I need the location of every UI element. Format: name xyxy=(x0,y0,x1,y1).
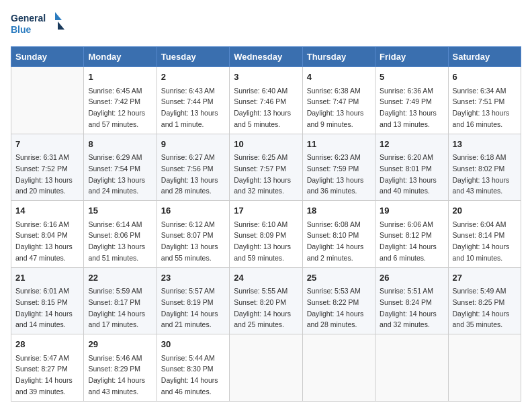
day-cell: 22Sunrise: 5:59 AM Sunset: 8:17 PM Dayli… xyxy=(84,267,157,334)
day-info: Sunrise: 5:49 AM Sunset: 8:25 PM Dayligh… xyxy=(453,287,510,328)
day-info: Sunrise: 6:45 AM Sunset: 7:42 PM Dayligh… xyxy=(88,87,145,128)
day-cell: 18Sunrise: 6:08 AM Sunset: 8:10 PM Dayli… xyxy=(302,201,375,268)
day-number: 22 xyxy=(88,271,152,285)
day-info: Sunrise: 6:06 AM Sunset: 8:12 PM Dayligh… xyxy=(380,220,437,262)
day-number: 11 xyxy=(307,138,371,151)
day-number: 27 xyxy=(453,271,517,285)
header-cell-sunday: Sunday xyxy=(11,47,84,67)
day-cell: 26Sunrise: 5:51 AM Sunset: 8:24 PM Dayli… xyxy=(375,267,448,334)
day-cell: 25Sunrise: 5:53 AM Sunset: 8:22 PM Dayli… xyxy=(302,267,375,334)
logo-svg: General Blue xyxy=(11,11,64,41)
day-info: Sunrise: 6:40 AM Sunset: 7:46 PM Dayligh… xyxy=(234,87,291,128)
day-cell: 28Sunrise: 5:47 AM Sunset: 8:27 PM Dayli… xyxy=(11,334,84,402)
day-number: 9 xyxy=(161,138,225,151)
day-number: 20 xyxy=(453,204,517,218)
day-cell: 10Sunrise: 6:25 AM Sunset: 7:57 PM Dayli… xyxy=(230,134,302,201)
day-number: 25 xyxy=(307,271,371,285)
header-cell-tuesday: Tuesday xyxy=(157,47,229,67)
day-cell: 12Sunrise: 6:20 AM Sunset: 8:01 PM Dayli… xyxy=(375,134,448,201)
week-row-3: 14Sunrise: 6:16 AM Sunset: 8:04 PM Dayli… xyxy=(11,201,521,268)
day-cell: 1Sunrise: 6:45 AM Sunset: 7:42 PM Daylig… xyxy=(84,67,157,134)
day-info: Sunrise: 6:18 AM Sunset: 8:02 PM Dayligh… xyxy=(453,153,510,195)
header-cell-friday: Friday xyxy=(375,47,448,67)
day-number: 8 xyxy=(88,138,152,151)
day-number: 2 xyxy=(161,71,225,84)
day-cell: 6Sunrise: 6:34 AM Sunset: 7:51 PM Daylig… xyxy=(448,67,521,134)
day-info: Sunrise: 6:36 AM Sunset: 7:49 PM Dayligh… xyxy=(380,87,437,128)
day-cell: 7Sunrise: 6:31 AM Sunset: 7:52 PM Daylig… xyxy=(11,134,84,201)
day-info: Sunrise: 5:51 AM Sunset: 8:24 PM Dayligh… xyxy=(380,287,437,328)
day-number: 12 xyxy=(380,138,443,151)
day-number: 10 xyxy=(234,138,298,151)
day-cell: 23Sunrise: 5:57 AM Sunset: 8:19 PM Dayli… xyxy=(157,267,229,334)
day-number: 14 xyxy=(15,204,79,218)
day-number: 16 xyxy=(161,204,225,218)
header: General Blue xyxy=(11,11,521,41)
day-cell: 21Sunrise: 6:01 AM Sunset: 8:15 PM Dayli… xyxy=(11,267,84,334)
day-number: 24 xyxy=(234,271,298,285)
logo: General Blue xyxy=(11,11,64,41)
day-cell: 29Sunrise: 5:46 AM Sunset: 8:29 PM Dayli… xyxy=(84,334,157,402)
day-cell: 14Sunrise: 6:16 AM Sunset: 8:04 PM Dayli… xyxy=(11,201,84,268)
day-cell: 15Sunrise: 6:14 AM Sunset: 8:06 PM Dayli… xyxy=(84,201,157,268)
day-cell: 3Sunrise: 6:40 AM Sunset: 7:46 PM Daylig… xyxy=(230,67,302,134)
day-info: Sunrise: 6:16 AM Sunset: 8:04 PM Dayligh… xyxy=(15,220,73,262)
day-info: Sunrise: 5:53 AM Sunset: 8:22 PM Dayligh… xyxy=(307,287,364,328)
day-info: Sunrise: 6:08 AM Sunset: 8:10 PM Dayligh… xyxy=(307,220,364,262)
header-cell-wednesday: Wednesday xyxy=(230,47,302,67)
day-info: Sunrise: 5:59 AM Sunset: 8:17 PM Dayligh… xyxy=(88,287,145,328)
day-cell: 4Sunrise: 6:38 AM Sunset: 7:47 PM Daylig… xyxy=(302,67,375,134)
day-number: 15 xyxy=(88,204,152,218)
day-info: Sunrise: 5:47 AM Sunset: 8:27 PM Dayligh… xyxy=(15,354,73,396)
day-number: 7 xyxy=(15,138,79,151)
day-number: 30 xyxy=(161,338,225,351)
day-cell: 27Sunrise: 5:49 AM Sunset: 8:25 PM Dayli… xyxy=(448,267,521,334)
day-number: 4 xyxy=(307,71,371,84)
day-number: 17 xyxy=(234,204,298,218)
calendar-body: 1Sunrise: 6:45 AM Sunset: 7:42 PM Daylig… xyxy=(11,67,521,402)
day-info: Sunrise: 6:31 AM Sunset: 7:52 PM Dayligh… xyxy=(15,153,73,195)
day-number: 6 xyxy=(453,71,517,84)
day-info: Sunrise: 6:14 AM Sunset: 8:06 PM Dayligh… xyxy=(88,220,145,262)
day-info: Sunrise: 5:55 AM Sunset: 8:20 PM Dayligh… xyxy=(234,287,291,328)
day-cell: 9Sunrise: 6:27 AM Sunset: 7:56 PM Daylig… xyxy=(157,134,229,201)
day-cell xyxy=(375,334,448,402)
calendar-header-row: SundayMondayTuesdayWednesdayThursdayFrid… xyxy=(11,47,521,67)
day-cell: 20Sunrise: 6:04 AM Sunset: 8:14 PM Dayli… xyxy=(448,201,521,268)
header-cell-monday: Monday xyxy=(84,47,157,67)
day-number: 26 xyxy=(380,271,443,285)
day-cell xyxy=(230,334,302,402)
day-cell: 13Sunrise: 6:18 AM Sunset: 8:02 PM Dayli… xyxy=(448,134,521,201)
day-info: Sunrise: 6:25 AM Sunset: 7:57 PM Dayligh… xyxy=(234,153,291,195)
day-cell: 2Sunrise: 6:43 AM Sunset: 7:44 PM Daylig… xyxy=(157,67,229,134)
day-number: 19 xyxy=(380,204,443,218)
svg-text:General: General xyxy=(11,13,46,24)
day-info: Sunrise: 5:57 AM Sunset: 8:19 PM Dayligh… xyxy=(161,287,218,328)
week-row-5: 28Sunrise: 5:47 AM Sunset: 8:27 PM Dayli… xyxy=(11,334,521,402)
day-number: 1 xyxy=(88,71,152,84)
day-info: Sunrise: 6:04 AM Sunset: 8:14 PM Dayligh… xyxy=(453,220,510,262)
day-info: Sunrise: 6:12 AM Sunset: 8:07 PM Dayligh… xyxy=(161,220,218,262)
day-cell: 30Sunrise: 5:44 AM Sunset: 8:30 PM Dayli… xyxy=(157,334,229,402)
day-info: Sunrise: 6:38 AM Sunset: 7:47 PM Dayligh… xyxy=(307,87,364,128)
day-number: 3 xyxy=(234,71,298,84)
week-row-1: 1Sunrise: 6:45 AM Sunset: 7:42 PM Daylig… xyxy=(11,67,521,134)
week-row-4: 21Sunrise: 6:01 AM Sunset: 8:15 PM Dayli… xyxy=(11,267,521,334)
day-number: 21 xyxy=(15,271,79,285)
day-info: Sunrise: 6:29 AM Sunset: 7:54 PM Dayligh… xyxy=(88,153,145,195)
day-cell xyxy=(302,334,375,402)
day-info: Sunrise: 6:01 AM Sunset: 8:15 PM Dayligh… xyxy=(15,287,73,328)
svg-marker-3 xyxy=(58,21,64,30)
day-cell: 11Sunrise: 6:23 AM Sunset: 7:59 PM Dayli… xyxy=(302,134,375,201)
header-cell-thursday: Thursday xyxy=(302,47,375,67)
week-row-2: 7Sunrise: 6:31 AM Sunset: 7:52 PM Daylig… xyxy=(11,134,521,201)
day-cell: 24Sunrise: 5:55 AM Sunset: 8:20 PM Dayli… xyxy=(230,267,302,334)
day-info: Sunrise: 6:23 AM Sunset: 7:59 PM Dayligh… xyxy=(307,153,364,195)
day-info: Sunrise: 6:20 AM Sunset: 8:01 PM Dayligh… xyxy=(380,153,437,195)
day-number: 5 xyxy=(380,71,443,84)
header-cell-saturday: Saturday xyxy=(448,47,521,67)
day-cell: 5Sunrise: 6:36 AM Sunset: 7:49 PM Daylig… xyxy=(375,67,448,134)
day-info: Sunrise: 5:46 AM Sunset: 8:29 PM Dayligh… xyxy=(88,354,145,396)
day-info: Sunrise: 6:34 AM Sunset: 7:51 PM Dayligh… xyxy=(453,87,510,128)
day-cell xyxy=(11,67,84,134)
